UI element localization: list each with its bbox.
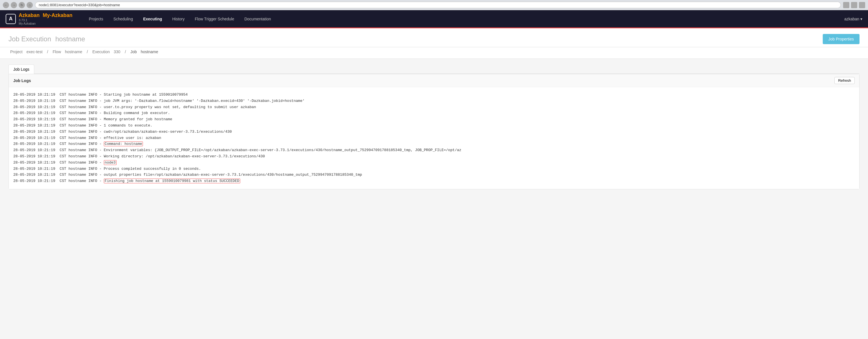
navbar: A Azkaban My-Azkaban 3.73.1 My Azkaban P… (0, 10, 868, 28)
breadcrumb-separator-1: / (47, 50, 49, 54)
log-line: 28-05-2019 10:21:19 CST hostname INFO - … (13, 104, 855, 110)
refresh-browser-button[interactable]: ↻ (19, 2, 25, 8)
log-line: 28-05-2019 10:21:19 CST hostname INFO - … (13, 172, 855, 178)
refresh-button[interactable]: Refresh (834, 77, 855, 84)
log-panel-title: Job Logs (13, 79, 31, 83)
log-line: 28-05-2019 10:21:19 CST hostname INFO - … (13, 129, 855, 135)
log-line: 28-05-2019 10:21:19 CST hostname INFO - … (13, 154, 855, 160)
nav-flow-trigger[interactable]: Flow Trigger Schedule (190, 10, 239, 28)
log-line: 28-05-2019 10:21:19 CST hostname INFO - … (13, 141, 855, 147)
nav-executing[interactable]: Executing (138, 10, 167, 28)
log-line: 28-05-2019 10:21:19 CST hostname INFO - … (13, 98, 855, 104)
browser-controls[interactable]: ← → ↻ ⌂ (3, 2, 33, 8)
log-line: 28-05-2019 10:21:19 CST hostname INFO - … (13, 92, 855, 98)
brand-name: Azkaban My-Azkaban (19, 12, 72, 19)
log-panel-header: Job Logs Refresh (9, 74, 859, 87)
brand-text: Azkaban My-Azkaban 3.73.1 My Azkaban (19, 12, 72, 25)
breadcrumb-separator-3: / (125, 50, 127, 54)
translate-icon[interactable] (843, 2, 849, 8)
breadcrumb-execution-link[interactable]: Execution 330 (91, 50, 123, 54)
log-line: 28-05-2019 10:21:19 CST hostname INFO - … (13, 117, 855, 123)
brand-logo: A (6, 14, 16, 24)
code-icon[interactable] (851, 2, 857, 8)
content-area: Job Logs Job Logs Refresh 28-05-2019 10:… (0, 59, 868, 195)
command-highlight: Command: hostname (104, 142, 143, 146)
forward-button[interactable]: → (11, 2, 17, 8)
log-panel: Job Logs Refresh 28-05-2019 10:21:19 CST… (8, 74, 860, 189)
breadcrumb-job-value: hostname (141, 50, 158, 54)
breadcrumb-job-label: Job (130, 50, 137, 54)
nav-documentation[interactable]: Documentation (239, 10, 276, 28)
breadcrumb-project-link[interactable]: Project exec-test (8, 50, 45, 54)
nav-scheduling[interactable]: Scheduling (108, 10, 138, 28)
tab-job-logs[interactable]: Job Logs (8, 64, 34, 74)
nav-history[interactable]: History (167, 10, 190, 28)
page-title: Job Execution hostname (8, 35, 85, 43)
job-properties-button[interactable]: Job Properties (823, 34, 860, 44)
breadcrumb-separator-2: / (87, 50, 89, 54)
address-bar[interactable]: node1:8081/executor?execid=330&job=hostn… (35, 2, 841, 8)
back-button[interactable]: ← (3, 2, 9, 8)
extensions-icon[interactable] (859, 2, 865, 8)
home-button[interactable]: ⌂ (27, 2, 33, 8)
breadcrumb: Project exec-test / Flow hostname / Exec… (0, 47, 868, 59)
brand-subtitle: My Azkaban (19, 22, 72, 25)
log-line: 28-05-2019 10:21:19 CST hostname INFO - … (13, 110, 855, 116)
browser-toolbar-icons (843, 2, 865, 8)
finish-highlight: Finishing job hostname at 1559010079981 … (104, 179, 240, 183)
log-line: 28-05-2019 10:21:19 CST hostname INFO - … (13, 135, 855, 141)
log-line: 28-05-2019 10:21:19 CST hostname INFO - … (13, 148, 855, 153)
log-content: 28-05-2019 10:21:19 CST hostname INFO - … (9, 87, 859, 189)
page-header: Job Execution hostname Job Properties (0, 28, 868, 47)
node-highlight: node3 (104, 160, 117, 165)
log-line: 28-05-2019 10:21:19 CST hostname INFO - … (13, 160, 855, 166)
log-line: 28-05-2019 10:21:19 CST hostname INFO - … (13, 178, 855, 184)
log-line: 28-05-2019 10:21:19 CST hostname INFO - … (13, 123, 855, 129)
log-line: 28-05-2019 10:21:19 CST hostname INFO - … (13, 166, 855, 172)
nav-projects[interactable]: Projects (84, 10, 108, 28)
brand-version: 3.73.1 (19, 19, 72, 22)
browser-bar: ← → ↻ ⌂ node1:8081/executor?execid=330&j… (0, 0, 868, 10)
main-nav: Projects Scheduling Executing History Fl… (84, 10, 844, 27)
brand: A Azkaban My-Azkaban 3.73.1 My Azkaban (6, 12, 72, 25)
breadcrumb-flow-link[interactable]: Flow hostname (51, 50, 85, 54)
tab-bar: Job Logs (8, 64, 860, 74)
user-menu[interactable]: azkaban ▾ (844, 17, 862, 21)
